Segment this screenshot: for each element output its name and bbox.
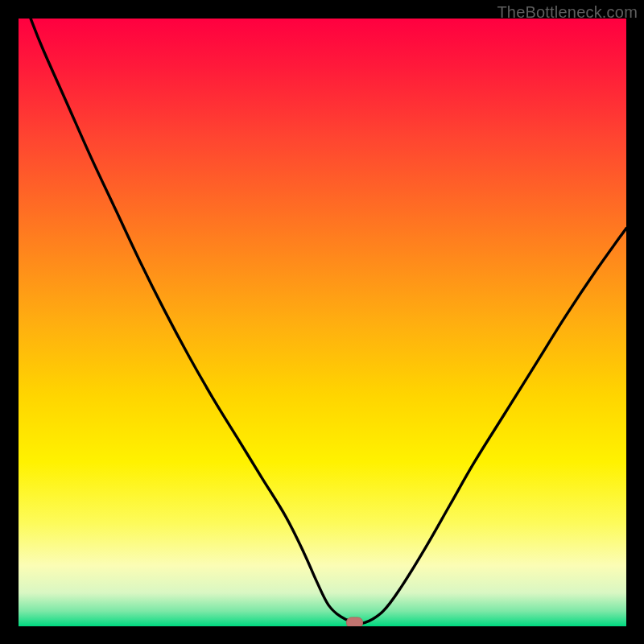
watermark-text: TheBottleneck.com <box>497 3 638 22</box>
bottleneck-curve <box>19 19 626 626</box>
optimum-marker <box>347 617 363 626</box>
chart-frame: TheBottleneck.com <box>0 0 644 644</box>
plot-area <box>19 19 626 626</box>
